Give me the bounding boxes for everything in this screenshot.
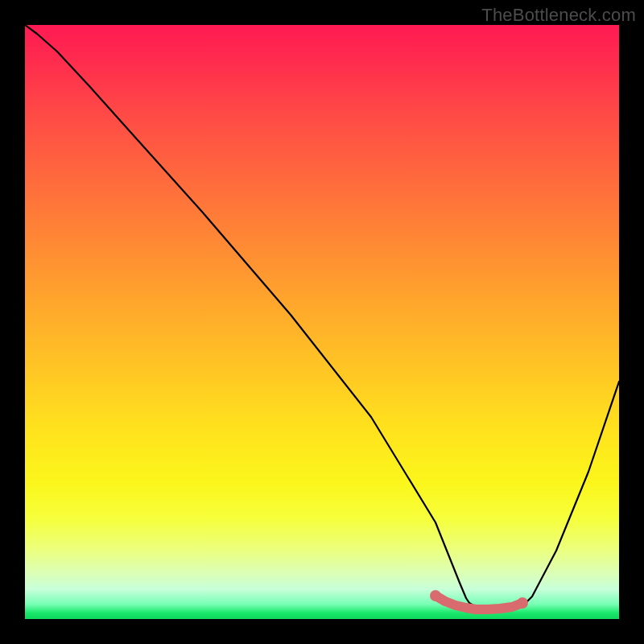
plot-area (25, 25, 619, 619)
watermark-label: TheBottleneck.com (481, 5, 636, 26)
curve-overlay (25, 25, 619, 619)
optimal-range-highlight (436, 596, 522, 609)
optimal-range-start-dot (430, 590, 441, 601)
optimal-range-end-dot (517, 597, 528, 609)
bottleneck-curve (25, 25, 619, 609)
chart-frame: TheBottleneck.com (0, 0, 644, 644)
